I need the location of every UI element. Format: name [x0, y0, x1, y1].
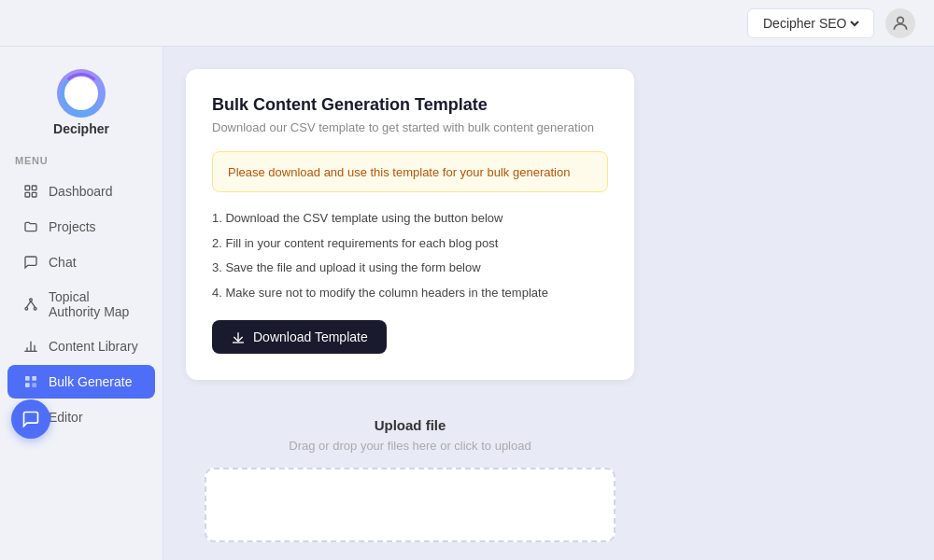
svg-rect-2 — [32, 186, 36, 190]
sidebar-label-chat: Chat — [49, 255, 77, 270]
logo-area: Decipher — [0, 62, 163, 151]
logo-icon — [57, 69, 106, 118]
svg-point-0 — [898, 17, 904, 23]
content-area: Bulk Content Generation Template Downloa… — [163, 47, 934, 560]
svg-rect-16 — [25, 383, 30, 387]
instruction-4: 4. Make sure not to modify the column he… — [212, 284, 608, 302]
upload-drop-zone[interactable] — [205, 468, 616, 542]
svg-rect-15 — [32, 376, 36, 381]
workspace-selector[interactable]: Decipher SEO — [747, 8, 874, 38]
sidebar-label-topical-authority-map: Topical Authority Map — [49, 289, 140, 319]
chat-fab-icon — [21, 410, 40, 428]
svg-point-7 — [34, 307, 36, 310]
main-layout: Decipher MENU Dashboard Projects — [0, 47, 934, 560]
sidebar-label-content-library: Content Library — [49, 339, 138, 354]
sidebar-item-chat[interactable]: Chat — [7, 245, 155, 279]
svg-line-9 — [31, 301, 35, 308]
app-name: Decipher — [53, 121, 109, 136]
download-icon — [231, 329, 246, 344]
svg-rect-3 — [25, 192, 30, 197]
lightning-icon — [22, 373, 39, 390]
sidebar-label-dashboard: Dashboard — [49, 184, 113, 199]
svg-point-5 — [30, 299, 33, 301]
user-avatar[interactable] — [885, 8, 915, 38]
info-banner: Please download and use this template fo… — [212, 151, 608, 192]
sidebar-label-projects: Projects — [49, 219, 96, 234]
bulk-template-card: Bulk Content Generation Template Downloa… — [186, 69, 634, 380]
sidebar-label-editor: Editor — [49, 410, 83, 425]
sidebar-item-topical-authority-map[interactable]: Topical Authority Map — [7, 281, 155, 328]
menu-label: MENU — [0, 151, 163, 174]
download-button-label: Download Template — [253, 329, 368, 344]
upload-title: Upload file — [205, 417, 616, 433]
instructions-list: 1. Download the CSV template using the b… — [212, 209, 608, 301]
workspace-select[interactable]: Decipher SEO — [759, 15, 862, 32]
download-template-button[interactable]: Download Template — [212, 320, 387, 354]
sidebar-item-content-library[interactable]: Content Library — [7, 329, 155, 363]
network-icon — [22, 296, 39, 313]
instruction-1: 1. Download the CSV template using the b… — [212, 209, 608, 228]
svg-rect-1 — [25, 186, 30, 190]
folder-icon — [22, 218, 39, 235]
sidebar-label-bulk-generate: Bulk Generate — [49, 374, 133, 389]
sidebar-item-projects[interactable]: Projects — [7, 210, 155, 244]
svg-rect-17 — [32, 383, 36, 387]
instruction-3: 3. Save the file and upload it using the… — [212, 259, 608, 277]
upload-area: Upload file Drag or drop your files here… — [186, 399, 634, 560]
card-title: Bulk Content Generation Template — [212, 95, 608, 115]
bar-chart-icon — [22, 338, 39, 355]
svg-point-6 — [25, 307, 28, 310]
chat-fab-button[interactable] — [11, 399, 50, 439]
svg-rect-4 — [32, 192, 36, 197]
svg-line-8 — [26, 301, 31, 308]
info-banner-text: Please download and use this template fo… — [228, 165, 570, 179]
upload-subtitle: Drag or drop your files here or click to… — [205, 439, 616, 453]
sidebar-item-dashboard[interactable]: Dashboard — [7, 175, 155, 208]
grid-icon — [22, 183, 39, 200]
card-subtitle: Download our CSV template to get started… — [212, 120, 608, 134]
topbar: Decipher SEO — [0, 0, 934, 47]
sidebar-item-bulk-generate[interactable]: Bulk Generate — [7, 365, 155, 399]
svg-rect-14 — [25, 376, 30, 381]
sidebar: Decipher MENU Dashboard Projects — [0, 47, 163, 560]
chat-icon — [22, 254, 39, 271]
instruction-2: 2. Fill in your content requirements for… — [212, 234, 608, 253]
